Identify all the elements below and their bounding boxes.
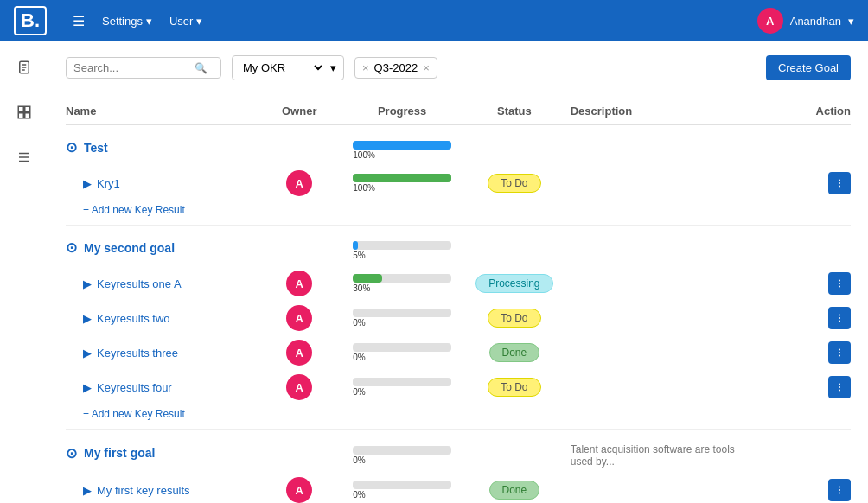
sidebar-icon-grid[interactable] bbox=[9, 97, 40, 128]
kr-status-1-1: To Do bbox=[458, 309, 571, 328]
okr-filter-dropdown[interactable]: My OKR ▾ bbox=[232, 55, 344, 80]
filter-tag-close-icon[interactable]: × bbox=[423, 61, 430, 74]
goal-title-text: My second goal bbox=[84, 241, 175, 255]
goal-title-1[interactable]: ⊙ My second goal bbox=[66, 239, 252, 256]
goal-description-2: Talent acquisition software are tools us… bbox=[571, 443, 757, 468]
kr-owner-1-3: A bbox=[252, 374, 346, 400]
kr-row-1-3: ▶ Keyresults four A 0% To Do bbox=[66, 370, 851, 404]
kr-progress-label: 100% bbox=[353, 183, 451, 193]
kr-action-1-3 bbox=[757, 376, 851, 398]
col-header-status: Status bbox=[458, 105, 571, 118]
goal-progress-label-0: 100% bbox=[353, 150, 451, 160]
col-header-action: Action bbox=[757, 105, 851, 118]
svg-point-19 bbox=[839, 321, 840, 322]
svg-point-21 bbox=[839, 352, 840, 353]
goal-section-2: ⊙ My first goal 0% Talent acquisition so… bbox=[66, 430, 851, 503]
kr-progress-bar bbox=[353, 309, 451, 317]
settings-nav[interactable]: Settings ▾ bbox=[102, 15, 152, 28]
kr-action-button-1-2[interactable] bbox=[828, 341, 851, 364]
kr-progress-0-0: 100% bbox=[346, 174, 458, 193]
kr-row-0-0: ▶ Kry1 A 100% To Do bbox=[66, 166, 851, 201]
goal-progress-label-1: 5% bbox=[353, 251, 451, 260]
svg-rect-7 bbox=[24, 113, 29, 118]
kr-owner-1-1: A bbox=[252, 305, 346, 331]
svg-rect-4 bbox=[18, 106, 23, 111]
avatar: A bbox=[757, 8, 783, 34]
kr-name-1-3: ▶ Keyresults four bbox=[66, 381, 252, 394]
toolbar: 🔍 My OKR ▾ × Q3-2022 × Create Goal bbox=[66, 55, 851, 80]
col-header-description: Description bbox=[571, 105, 757, 118]
kr-action-button-1-1[interactable] bbox=[828, 307, 851, 329]
kr-row-2-0: ▶ My first key results A 0% Done bbox=[66, 473, 851, 503]
svg-point-28 bbox=[839, 493, 840, 494]
kr-action-2-0 bbox=[757, 479, 851, 501]
svg-point-18 bbox=[839, 317, 840, 319]
svg-point-23 bbox=[839, 384, 840, 385]
svg-point-17 bbox=[839, 315, 840, 316]
kr-owner-1-0: A bbox=[252, 271, 346, 296]
kr-status-2-0: Done bbox=[458, 481, 571, 500]
svg-point-26 bbox=[839, 487, 840, 488]
kr-action-1-1 bbox=[757, 307, 851, 329]
kr-progress-label: 0% bbox=[353, 318, 451, 328]
kr-progress-1-3: 0% bbox=[346, 378, 458, 397]
svg-point-27 bbox=[839, 489, 840, 491]
col-header-progress: Progress bbox=[346, 105, 458, 118]
kr-owner-0-0: A bbox=[252, 170, 346, 196]
avatar: A bbox=[286, 374, 312, 400]
chevron-down-icon: ▾ bbox=[330, 61, 336, 74]
period-label: Q3-2022 bbox=[374, 61, 418, 74]
svg-rect-5 bbox=[24, 106, 29, 111]
sidebar-icon-list[interactable] bbox=[9, 142, 40, 173]
search-box[interactable]: 🔍 bbox=[66, 57, 221, 79]
kr-owner-1-2: A bbox=[252, 340, 346, 366]
status-badge: Processing bbox=[475, 274, 552, 293]
play-circle-icon: ▶ bbox=[83, 312, 92, 325]
svg-point-14 bbox=[839, 280, 840, 282]
kr-progress-label: 0% bbox=[353, 353, 451, 362]
kr-action-button-1-0[interactable] bbox=[828, 272, 851, 295]
add-kr-link-1[interactable]: + Add new Key Result bbox=[66, 408, 185, 420]
kr-action-button-1-3[interactable] bbox=[828, 376, 851, 398]
kr-action-button-0-0[interactable] bbox=[828, 172, 851, 194]
sidebar bbox=[0, 41, 48, 503]
play-circle-icon: ▶ bbox=[83, 347, 92, 360]
svg-point-11 bbox=[839, 180, 840, 181]
goal-title-text: Test bbox=[84, 141, 108, 155]
goal-title-2[interactable]: ⊙ My first goal bbox=[66, 445, 252, 462]
sidebar-icon-file[interactable] bbox=[9, 52, 40, 83]
kr-progress-1-1: 0% bbox=[346, 309, 458, 328]
chevron-down-icon: ▾ bbox=[848, 15, 854, 28]
kr-row-1-2: ▶ Keyresults three A 0% Done bbox=[66, 335, 851, 370]
status-badge: Done bbox=[489, 481, 540, 500]
kr-progress-bar bbox=[353, 274, 451, 283]
chevron-down-icon: ▾ bbox=[146, 15, 152, 28]
kr-status-1-3: To Do bbox=[458, 378, 571, 397]
play-circle-icon: ▶ bbox=[83, 484, 92, 497]
kr-status-0-0: To Do bbox=[458, 174, 571, 193]
kr-progress-1-0: 30% bbox=[346, 274, 458, 293]
kr-progress-label: 30% bbox=[353, 283, 451, 293]
kr-progress-bar bbox=[353, 378, 451, 386]
add-kr-link-0[interactable]: + Add new Key Result bbox=[66, 204, 185, 216]
kr-progress-bar bbox=[353, 174, 451, 182]
user-nav[interactable]: User ▾ bbox=[169, 15, 202, 28]
table-header: Name Owner Progress Status Description A… bbox=[66, 98, 851, 125]
okr-filter-select[interactable]: My OKR bbox=[239, 60, 325, 75]
header-nav: Settings ▾ User ▾ bbox=[102, 15, 740, 28]
kr-action-button-2-0[interactable] bbox=[828, 479, 851, 501]
kr-row-1-0: ▶ Keyresults one A A 30% Processing bbox=[66, 266, 851, 301]
kr-progress-label: 0% bbox=[353, 490, 451, 500]
target-icon: ⊙ bbox=[66, 139, 77, 156]
goal-title-0[interactable]: ⊙ Test bbox=[66, 139, 252, 156]
play-circle-icon: ▶ bbox=[83, 381, 92, 394]
create-goal-button[interactable]: Create Goal bbox=[766, 55, 851, 80]
kr-action-1-0 bbox=[757, 272, 851, 295]
svg-point-15 bbox=[839, 283, 840, 284]
svg-point-16 bbox=[839, 286, 840, 288]
search-input[interactable] bbox=[73, 61, 195, 74]
kr-status-1-0: Processing bbox=[458, 274, 571, 293]
menu-icon[interactable]: ☰ bbox=[73, 13, 85, 29]
user-menu[interactable]: A Anandhan ▾ bbox=[757, 8, 854, 34]
svg-point-24 bbox=[839, 386, 840, 388]
